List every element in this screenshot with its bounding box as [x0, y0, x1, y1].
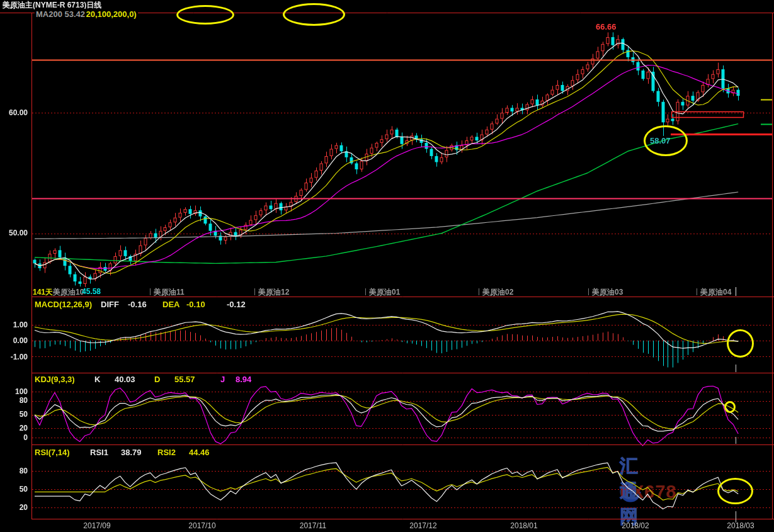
kdj-name: KDJ(9,3,3): [35, 375, 75, 384]
rsi-axis-20: 20: [1, 503, 28, 512]
rsi-axis-50: 50: [1, 485, 28, 494]
strip-contract-01: 美原油01: [369, 287, 400, 298]
macd-axis-0: 0.00: [1, 336, 28, 345]
strip-days-count: 141天: [33, 287, 53, 298]
macd-diff-value: -0.16: [128, 300, 147, 309]
date-2018-01: 2018/01: [508, 521, 540, 530]
kdj-d-label: D: [154, 375, 160, 384]
kdj-k-value: 40.03: [115, 375, 135, 384]
macd-dea-value: -0.10: [186, 300, 205, 309]
price-axis-60: 60.00: [1, 108, 28, 117]
high-price-label: 66.66: [596, 22, 617, 31]
kdj-axis-50: 50: [1, 410, 28, 419]
macd-name: MACD(12,26,9): [35, 300, 92, 309]
strip-contract-12: 美原油12: [258, 287, 289, 298]
macd-dea-label: DEA: [162, 300, 179, 309]
rsi2-value: 44.46: [189, 448, 210, 457]
kdj-j-value: 8.94: [236, 375, 251, 384]
strip-contract-11: 美原油11: [154, 287, 185, 298]
chart-window: FX678 汇通网 美原油主(NYME-R 6713)日线 MA组合(5,10,…: [0, 0, 774, 532]
ma200-label: MA200 53.42: [35, 9, 86, 19]
date-2017-12: 2017/12: [407, 521, 440, 530]
annotation-circle-rsi: [717, 478, 753, 504]
date-2017-09: 2017/09: [81, 521, 113, 530]
date-2017-11: 2017/11: [297, 521, 329, 530]
rsi1-label: RSI1: [90, 448, 108, 457]
rsi-name: RSI(7,14): [35, 448, 70, 457]
kdj-k-label: K: [94, 375, 100, 384]
kdj-axis-20: 20: [1, 424, 28, 433]
annotation-circle-kdj: [724, 401, 736, 413]
strip-contract-04: 美原油04: [700, 287, 731, 298]
strip-contract-03: 美原油03: [592, 287, 623, 298]
date-2017-10: 2017/10: [186, 521, 219, 530]
annotation-circle-ma100: [283, 3, 345, 26]
rsi2-label: RSI2: [157, 448, 176, 457]
macd-axis-1: 1.00: [1, 320, 28, 329]
strip-contract-02: 美原油02: [482, 287, 513, 298]
chart-canvas[interactable]: [0, 0, 774, 532]
rsi1-value: 38.79: [121, 448, 142, 457]
macd-axis-neg1: -1.00: [1, 353, 28, 361]
macd-diff-label: DIFF: [101, 300, 119, 309]
date-2018-02: 2018/02: [619, 521, 652, 530]
strip-contract-low: 45.58: [82, 287, 101, 296]
macd-bar-value: -0.12: [227, 300, 246, 309]
annotation-circle-low-5807: [644, 125, 688, 156]
kdj-j-label: J: [220, 375, 225, 384]
price-axis-50: 50.00: [1, 229, 28, 237]
kdj-axis-80: 80: [1, 396, 28, 405]
annotation-circle-ma10: [176, 5, 234, 25]
kdj-d-value: 55.57: [174, 375, 195, 384]
annotation-circle-macd: [727, 329, 754, 358]
strip-contract-10: 美原油10: [53, 287, 84, 298]
rsi-axis-80: 80: [1, 467, 28, 475]
kdj-axis-100: 100: [1, 387, 28, 396]
kdj-axis-0: 0: [1, 433, 28, 442]
date-2018-03: 2018/03: [724, 521, 757, 530]
